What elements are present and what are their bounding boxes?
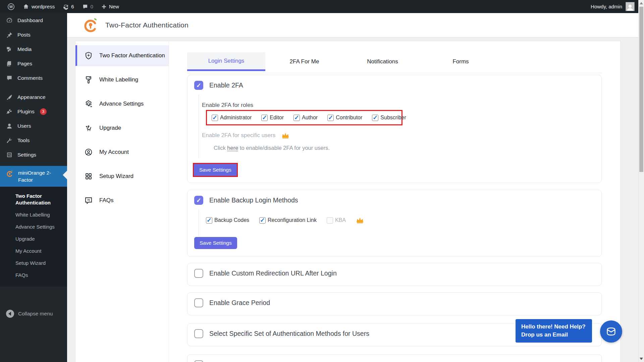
scrollbar-down-arrow[interactable] bbox=[640, 358, 643, 360]
appearance-brush-icon bbox=[6, 94, 13, 101]
miniorange-logo-icon bbox=[6, 170, 13, 177]
sidebar-item-plugins[interactable]: Plugins 3 bbox=[0, 104, 67, 119]
nav-item-advance-settings[interactable]: Advance Settings bbox=[75, 94, 169, 114]
method-backup-codes[interactable]: Backup Codes bbox=[206, 217, 249, 224]
role-checkbox[interactable] bbox=[372, 115, 378, 121]
submenu-upgrade[interactable]: Upgrade bbox=[0, 233, 67, 245]
tab-notifications[interactable]: Notifications bbox=[343, 52, 422, 71]
comments-menu[interactable]: 0 bbox=[79, 0, 97, 13]
save-annotation-box: Save Settings bbox=[193, 163, 238, 177]
method-checkbox[interactable] bbox=[259, 217, 266, 224]
submenu-setup-wizard[interactable]: Setup Wizard bbox=[0, 257, 67, 269]
updates-icon bbox=[63, 4, 69, 10]
specific-auth-methods-checkbox[interactable] bbox=[194, 329, 203, 338]
active-menu-arrow bbox=[63, 171, 67, 179]
miniorange-submenu: Two Factor Authentication White Labellin… bbox=[0, 187, 67, 287]
faq-bubble-icon: ?! bbox=[85, 196, 93, 204]
submenu-my-account[interactable]: My Account bbox=[0, 245, 67, 257]
role-checkbox[interactable] bbox=[261, 115, 268, 121]
enable-2fa-card: ✓ Enable 2FA Enable 2FA for roles Admini… bbox=[187, 75, 602, 183]
sidebar-item-pages[interactable]: Pages bbox=[0, 56, 67, 71]
here-link[interactable]: here bbox=[227, 145, 238, 151]
media-icon bbox=[6, 46, 13, 53]
sidebar-item-label: miniOrange 2-Factor bbox=[18, 169, 58, 183]
sidebar-item-appearance[interactable]: Appearance bbox=[0, 90, 67, 104]
indent-guide bbox=[199, 95, 199, 158]
site-menu[interactable]: wordpress bbox=[19, 0, 58, 13]
collapse-menu-button[interactable]: Collapse menu bbox=[0, 307, 67, 320]
sidebar-item-label: Dashboard bbox=[17, 17, 43, 23]
pages-icon bbox=[6, 60, 13, 67]
sidebar-item-comments[interactable]: Comments bbox=[0, 71, 67, 85]
role-label: Administrator bbox=[220, 115, 252, 121]
submenu-white-labelling[interactable]: White Labelling bbox=[0, 209, 67, 221]
svg-text:W: W bbox=[9, 5, 13, 9]
sidebar-item-users[interactable]: Users bbox=[0, 119, 67, 133]
submenu-two-factor-authentication[interactable]: Two Factor Authentication bbox=[0, 190, 50, 209]
method-kba[interactable]: KBA bbox=[327, 217, 346, 224]
tab-2fa-for-me[interactable]: 2FA For Me bbox=[265, 52, 343, 71]
role-checkbox[interactable] bbox=[293, 115, 300, 121]
comments-count: 0 bbox=[91, 4, 93, 9]
tab-forms[interactable]: Forms bbox=[422, 52, 500, 71]
sidebar-item-posts[interactable]: Posts bbox=[0, 27, 67, 42]
grace-period-checkbox[interactable] bbox=[194, 298, 203, 307]
premium-crown-icon bbox=[281, 132, 289, 139]
cart-upgrade-icon bbox=[85, 124, 93, 132]
wordpress-logo-icon[interactable]: W bbox=[4, 0, 18, 13]
premium-crown-icon bbox=[356, 217, 364, 224]
howdy-text[interactable]: Howdy, admin bbox=[591, 4, 622, 9]
tab-login-settings[interactable]: Login Settings bbox=[187, 52, 265, 71]
method-reconfiguration-link[interactable]: Reconfiguration Link bbox=[259, 217, 317, 224]
collapse-arrow-icon bbox=[6, 310, 14, 318]
method-checkbox[interactable] bbox=[327, 217, 333, 224]
save-settings-button[interactable]: Save Settings bbox=[194, 237, 237, 249]
submenu-faqs[interactable]: FAQs bbox=[0, 269, 67, 281]
nav-item-two-factor-authentication[interactable]: Two Factor Authentication bbox=[75, 45, 169, 66]
nav-item-label: White Labelling bbox=[99, 76, 138, 83]
enable-2fa-checkbox[interactable]: ✓ bbox=[194, 81, 203, 90]
nav-item-white-labelling[interactable]: White Labelling bbox=[75, 69, 169, 90]
role-author[interactable]: Author bbox=[293, 115, 318, 121]
role-administrator[interactable]: Administrator bbox=[212, 115, 252, 121]
email-chat-button[interactable] bbox=[600, 320, 622, 343]
sidebar-item-dashboard[interactable]: Dashboard bbox=[0, 13, 67, 27]
role-contributor[interactable]: Contributor bbox=[327, 115, 362, 121]
method-label: KBA bbox=[335, 217, 346, 223]
role-subscriber[interactable]: Subscriber bbox=[372, 115, 406, 121]
sidebar-item-media[interactable]: Media bbox=[0, 42, 67, 56]
updates-menu[interactable]: 6 bbox=[59, 0, 77, 13]
tools-wrench-icon bbox=[6, 137, 13, 144]
plus-icon bbox=[101, 4, 107, 9]
role-editor[interactable]: Editor bbox=[261, 115, 284, 121]
pushpin-icon bbox=[6, 32, 13, 38]
sidebar-item-miniorange-2factor[interactable]: miniOrange 2-Factor bbox=[0, 166, 67, 187]
custom-redirection-checkbox[interactable] bbox=[194, 269, 203, 278]
save-settings-button[interactable]: Save Settings bbox=[194, 164, 237, 176]
scrollbar[interactable] bbox=[638, 0, 644, 362]
role-checkbox[interactable] bbox=[327, 115, 334, 121]
nav-item-upgrade[interactable]: Upgrade bbox=[75, 118, 169, 138]
nav-item-label: Two Factor Authentication bbox=[99, 52, 165, 59]
sidebar-item-label: Comments bbox=[17, 75, 43, 81]
sidebar-item-tools[interactable]: Tools bbox=[0, 133, 67, 147]
enable-backup-checkbox[interactable]: ✓ bbox=[194, 196, 203, 205]
sidebar-item-settings[interactable]: Settings bbox=[0, 147, 67, 162]
submenu-advance-settings[interactable]: Advance Settings bbox=[0, 221, 67, 233]
nav-item-setup-wizard[interactable]: Setup Wizard bbox=[75, 166, 169, 187]
prompt-2fa-config-checkbox[interactable] bbox=[194, 360, 203, 362]
nav-item-my-account[interactable]: My Account bbox=[75, 142, 169, 163]
hint-text: Click bbox=[214, 145, 226, 151]
scrollbar-up-arrow[interactable] bbox=[640, 2, 643, 4]
plugin-nav: Two Factor Authentication White Labellin… bbox=[75, 41, 169, 362]
page: Two-Factor Authentication Two Factor Aut… bbox=[67, 13, 638, 362]
role-checkbox[interactable] bbox=[212, 115, 218, 121]
avatar[interactable] bbox=[626, 2, 635, 11]
nav-item-faqs[interactable]: ?! FAQs bbox=[75, 190, 169, 211]
method-checkbox[interactable] bbox=[206, 217, 212, 224]
new-content-menu[interactable]: New bbox=[98, 0, 122, 13]
admin-bar: W wordpress 6 0 New Howdy, admin bbox=[0, 0, 644, 13]
help-message-bubble[interactable]: Hello there! Need Help? Drop us an Email bbox=[516, 319, 592, 343]
sidebar-item-label: Posts bbox=[17, 32, 31, 38]
scrollbar-thumb[interactable] bbox=[639, 7, 643, 172]
